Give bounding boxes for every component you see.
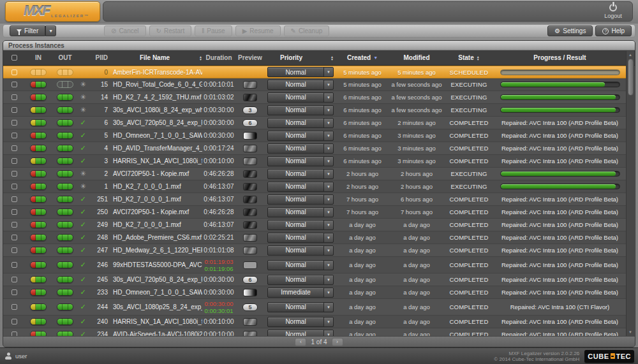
table-row[interactable]: ✳730s_AVCI_1080i_8_24_exp_while_...0:00:… (3, 104, 627, 117)
priority-dropdown[interactable]: Normal▼ (267, 156, 334, 166)
vertical-scrollbar[interactable]: ▲ ▼ (626, 51, 634, 336)
preview-thumbnail[interactable]: 6 (242, 276, 258, 284)
select-all-checkbox[interactable] (11, 55, 17, 61)
row-checkbox[interactable] (11, 262, 17, 268)
table-row[interactable]: ✓24430s_AVCI_1080p25_8_24_exp_whi...0:00… (3, 299, 627, 316)
row-checkbox[interactable] (11, 133, 17, 138)
priority-dropdown[interactable]: Normal▼ (267, 194, 334, 205)
column-header-priority[interactable]: Priority ▲▼ (265, 54, 336, 61)
table-row[interactable]: ✓4HD_AVID_TransferManager_4_0_0...0:00:1… (3, 142, 627, 155)
preview-thumbnail[interactable] (243, 81, 257, 89)
row-checkbox[interactable] (11, 209, 17, 215)
chevron-down-icon[interactable]: ▼ (323, 131, 333, 140)
table-row[interactable]: ✓247HD_Medway_2_6_1_1220_HEPS_...0:01:01… (3, 244, 627, 257)
table-row[interactable]: ✳15HD_Rovi_Total_Code_6_0_4_Grafi...0:00… (3, 78, 627, 91)
preview-thumbnail[interactable] (243, 289, 257, 296)
chevron-down-icon[interactable]: ▼ (323, 275, 333, 284)
chevron-down-icon[interactable]: ▼ (323, 93, 333, 102)
table-row[interactable]: ✓251HD_K2_7_0_0_0_1.mxf0:46:13:07Normal▼… (3, 193, 627, 206)
row-checkbox[interactable] (11, 107, 17, 113)
chevron-down-icon[interactable]: ▼ (323, 195, 333, 204)
priority-dropdown[interactable]: Normal▼ (267, 105, 334, 115)
row-checkbox[interactable] (11, 222, 17, 228)
preview-thumbnail[interactable] (243, 221, 257, 229)
row-checkbox[interactable] (11, 82, 17, 87)
table-row[interactable]: ✓250AVCI720P50-1 - Kopie.mxf0:46:26:28No… (3, 206, 627, 219)
filter-dropdown-arrow[interactable]: ▼ (45, 25, 56, 36)
column-header-in[interactable]: IN (25, 54, 52, 61)
table-row[interactable]: ✳1HD_K2_7_0_0_0_1.mxf0:46:13:07Normal▼2 … (3, 180, 627, 193)
row-checkbox[interactable] (11, 94, 17, 100)
chevron-down-icon[interactable]: ▼ (323, 170, 333, 178)
priority-dropdown[interactable]: Normal▼ (267, 92, 334, 103)
table-row[interactable]: ✓248HD_Adobe_Premiere_CS6.mxf0:02:25:21N… (3, 231, 627, 244)
chevron-down-icon[interactable]: ▼ (323, 221, 333, 229)
chevron-down-icon[interactable]: ▼ (323, 233, 333, 242)
row-checkbox[interactable] (11, 196, 17, 202)
table-row[interactable]: ✓24530s_AVCI_720p50_8_24_exp_Rec...0:00:… (3, 273, 627, 286)
column-header-state[interactable]: State ▲▼ (445, 54, 493, 61)
cleanup-button[interactable]: ✎ Cleanup (284, 25, 330, 36)
chevron-down-icon[interactable]: ▼ (323, 261, 333, 270)
column-header-piid[interactable]: PIID (87, 54, 109, 61)
pause-button[interactable]: ‖ Pause (195, 25, 232, 36)
chevron-down-icon[interactable]: ▼ (323, 144, 333, 153)
next-page-button[interactable]: › (332, 338, 343, 346)
restart-button[interactable]: ↻ Restart (149, 25, 192, 36)
chevron-down-icon[interactable]: ▼ (323, 80, 333, 89)
preview-thumbnail[interactable] (243, 234, 257, 242)
table-row[interactable]: ✓233HD_Omneon_7_1_0_0_1_SAW_AZ...0:00:30… (3, 286, 627, 299)
column-header-created[interactable]: Created ▼ (336, 54, 389, 61)
cancel-button[interactable]: ⊘ Cancel (104, 25, 146, 36)
row-checkbox[interactable] (11, 184, 17, 189)
priority-dropdown[interactable]: Normal▼ (267, 275, 334, 285)
scrollbar-thumb[interactable] (628, 59, 634, 96)
help-button[interactable]: ? Help (595, 25, 632, 36)
table-row[interactable]: ✳14HD_K2_7_4_2_1592_THU.mxf0:01:03:02Nor… (3, 91, 627, 104)
filter-button[interactable]: Filter (10, 25, 45, 36)
sort-icon[interactable]: ▲▼ (330, 55, 334, 61)
column-header-out[interactable]: OUT (52, 54, 78, 61)
chevron-down-icon[interactable]: ▼ (323, 119, 333, 127)
priority-dropdown[interactable]: Normal▼ (267, 302, 334, 312)
chevron-down-icon[interactable]: ▼ (323, 303, 333, 312)
preview-thumbnail[interactable] (243, 261, 257, 269)
settings-button[interactable]: ⚙ Settings (547, 25, 593, 36)
preview-thumbnail[interactable] (243, 318, 257, 326)
table-row[interactable]: ✓240HARRIS_NX_1A_AVCI_1080i_forSo...0:00… (3, 316, 627, 328)
previous-page-button[interactable]: ‹ (295, 338, 306, 346)
preview-thumbnail[interactable] (243, 145, 257, 152)
preview-thumbnail[interactable] (243, 132, 257, 140)
row-checkbox[interactable] (11, 171, 17, 177)
chevron-down-icon[interactable]: ▼ (323, 68, 333, 76)
preview-thumbnail[interactable]: 6 (242, 119, 258, 127)
chevron-down-icon[interactable]: ▼ (323, 106, 333, 115)
row-checkbox[interactable] (11, 304, 17, 310)
preview-thumbnail[interactable] (243, 183, 257, 191)
preview-thumbnail[interactable] (243, 247, 257, 254)
priority-dropdown[interactable]: Normal▼ (267, 118, 334, 128)
priority-dropdown[interactable]: Normal▼ (267, 80, 334, 90)
priority-dropdown[interactable]: Normal▼ (267, 207, 334, 217)
chevron-down-icon[interactable]: ▼ (323, 182, 333, 191)
chevron-down-icon[interactable]: ▼ (323, 288, 333, 297)
preview-thumbnail[interactable] (243, 208, 257, 216)
table-row[interactable]: 0AmberFin-ICRTranscode-1A-AVC-I-...Norma… (3, 66, 627, 78)
column-header-modified[interactable]: Modified (389, 54, 445, 61)
row-checkbox[interactable] (11, 277, 17, 282)
column-header-file-name[interactable]: File Name ▲▼ (109, 54, 202, 61)
row-checkbox[interactable] (11, 319, 17, 324)
sort-icon[interactable]: ▲▼ (477, 55, 480, 61)
priority-dropdown[interactable]: Normal▼ (267, 317, 334, 327)
preview-thumbnail[interactable]: 5 (242, 303, 258, 311)
resume-button[interactable]: ▶ Resume (235, 25, 281, 36)
table-row[interactable]: ✓24699xHDTESTAS5000-DPA_AVCIntra...0:01:… (3, 257, 627, 273)
table-row[interactable]: ✳2AVCI720P50-1 - Kopie.mxf0:46:26:28Norm… (3, 168, 627, 180)
chevron-down-icon[interactable]: ▼ (323, 246, 333, 255)
column-header-progress-result[interactable]: Progress / Result (493, 54, 627, 61)
priority-dropdown[interactable]: Normal▼ (267, 131, 334, 141)
chevron-down-icon[interactable]: ▼ (323, 157, 333, 166)
preview-thumbnail[interactable] (243, 196, 257, 203)
row-checkbox[interactable] (11, 235, 17, 240)
row-checkbox[interactable] (11, 120, 17, 126)
